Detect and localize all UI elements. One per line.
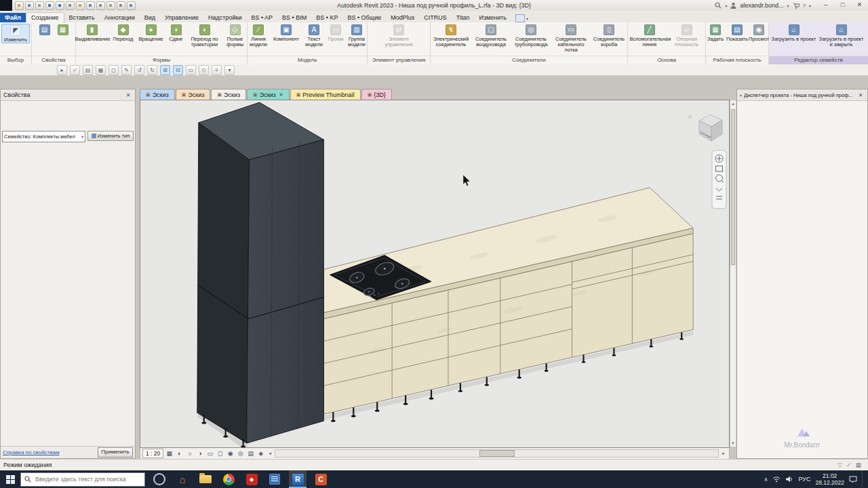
void-forms-button[interactable]: ◇Полые формы bbox=[222, 24, 248, 47]
redo-icon[interactable] bbox=[56, 1, 64, 10]
detail-level-icon[interactable]: ▦ bbox=[165, 449, 174, 458]
help-icon[interactable]: ? bbox=[803, 3, 806, 9]
sweep-button[interactable]: ◖Сдвиг bbox=[165, 24, 187, 42]
viewport-3d[interactable]: ⌂ Спереди bbox=[140, 100, 730, 448]
ribbon-tab-file[interactable]: Файл bbox=[0, 13, 26, 22]
navigation-bar[interactable] bbox=[712, 150, 726, 209]
component-button[interactable]: ▣Компонент bbox=[271, 24, 301, 42]
selection-box-icon[interactable]: ▦ bbox=[855, 462, 861, 468]
revolve-button[interactable]: ●Вращение bbox=[138, 24, 165, 42]
ribbon-tab-annotate[interactable]: Аннотации bbox=[100, 13, 140, 22]
chevron-down-icon[interactable]: ▾ bbox=[740, 93, 742, 98]
wifi-icon[interactable] bbox=[772, 476, 781, 483]
ribbon-tab-addins[interactable]: Надстройки bbox=[203, 13, 246, 22]
account-caret-icon[interactable]: ▾ bbox=[787, 3, 789, 8]
crop-visibility-icon[interactable]: ◻ bbox=[216, 449, 224, 458]
pipe-connector-button[interactable]: ◎Соединитель трубопровода bbox=[511, 24, 551, 47]
swept-blend-button[interactable]: ◗Переход по траектории bbox=[188, 24, 222, 47]
ribbon-tab-bs-bim[interactable]: BS • BIM bbox=[277, 13, 311, 22]
load-into-project-button[interactable]: ⌂Загрузить в проект bbox=[772, 24, 816, 42]
ribbon-tab-titan[interactable]: Titan bbox=[452, 13, 475, 22]
view-tab-sketch-4[interactable]: ▣Эскиз✕ bbox=[247, 89, 290, 100]
toolbar-icon-4[interactable]: ▦ bbox=[96, 65, 106, 75]
vertical-scrollbar[interactable]: ▲ ▼ bbox=[730, 100, 736, 447]
clock[interactable]: 21:02 28.12.2022 bbox=[815, 472, 844, 486]
print-icon[interactable] bbox=[66, 1, 75, 10]
close-button[interactable]: ✕ bbox=[851, 0, 868, 11]
properties-help-link[interactable]: Справка по свойствам bbox=[3, 449, 59, 455]
cable-tray-connector-button[interactable]: ▭Соединитель кабельного лотка bbox=[551, 24, 591, 53]
search-caret-icon[interactable]: ▾ bbox=[725, 3, 727, 8]
close-icon[interactable]: ✕ bbox=[124, 92, 132, 98]
opening-button[interactable]: ▭Проем bbox=[327, 24, 344, 42]
help-caret-icon[interactable]: ▾ bbox=[809, 3, 811, 8]
horizontal-scrollbar-thumb[interactable] bbox=[479, 450, 515, 457]
workplane-viewer-button[interactable]: ◉Просмотр bbox=[749, 24, 769, 42]
ribbon-tab-insert[interactable]: Вставить bbox=[64, 13, 100, 22]
apply-button[interactable]: Применить bbox=[98, 447, 133, 458]
toolbar-icon-14[interactable]: ▾ bbox=[224, 65, 235, 75]
ribbon-tab-create[interactable]: Создание bbox=[26, 12, 64, 22]
filter-icon[interactable]: ▽ bbox=[837, 462, 842, 468]
show-desktop-button[interactable] bbox=[862, 470, 865, 488]
view-tab-3d[interactable]: ▣{3D} bbox=[361, 89, 392, 100]
view-tab-sketch-3[interactable]: ▣Эскиз bbox=[211, 89, 246, 100]
close-icon[interactable]: ✕ bbox=[856, 92, 865, 98]
search-icon[interactable] bbox=[715, 2, 722, 9]
toolbar-icon-3[interactable]: ▤ bbox=[83, 65, 93, 75]
toolbar-icon-5[interactable]: ◻ bbox=[108, 65, 119, 75]
temporary-hide-isolate-icon[interactable]: ◉ bbox=[226, 449, 235, 458]
app-store-icon[interactable] bbox=[793, 2, 800, 9]
toolbar-icon-7[interactable]: ↺ bbox=[134, 65, 144, 75]
app-icon[interactable] bbox=[0, 0, 12, 11]
view-tab-sketch-2[interactable]: ▣Эскиз bbox=[176, 89, 211, 100]
reveal-hidden-elements-icon[interactable]: ◎ bbox=[236, 449, 245, 458]
modify-button[interactable]: ◤Изменить bbox=[1, 24, 30, 43]
toolbar-icon-13[interactable]: ≡ bbox=[212, 65, 222, 75]
toolbar-icon-8[interactable]: ↻ bbox=[147, 65, 157, 75]
properties-button[interactable]: ▤ bbox=[36, 24, 54, 37]
toolbar-icon-12[interactable]: ◇ bbox=[199, 65, 209, 75]
ribbon-tab-modify[interactable]: Изменить bbox=[474, 13, 511, 22]
aligned-dimension-icon[interactable] bbox=[86, 1, 95, 10]
text-note-icon[interactable] bbox=[96, 1, 105, 10]
toolbar-icon-2[interactable]: ✓ bbox=[70, 65, 80, 75]
minimize-button[interactable]: – bbox=[817, 0, 834, 11]
scale-button[interactable]: 1 : 20 bbox=[142, 449, 163, 458]
revit-app-icon[interactable]: R bbox=[289, 470, 307, 488]
language-indicator[interactable]: РУС bbox=[798, 476, 810, 483]
volume-icon[interactable] bbox=[785, 476, 793, 483]
horizontal-scrollbar[interactable] bbox=[275, 449, 719, 458]
modify-selector[interactable]: ▾ bbox=[515, 14, 528, 22]
reference-line-button[interactable]: ╱Вспомогательная линия bbox=[630, 24, 669, 47]
blend-button[interactable]: ◆Переход bbox=[110, 24, 137, 42]
extrusion-button[interactable]: ▮Выдавливание bbox=[75, 24, 109, 42]
scroll-down-icon[interactable]: ▼ bbox=[730, 440, 736, 447]
measure-icon[interactable] bbox=[76, 1, 85, 10]
edit-type-button[interactable]: Изменить тип bbox=[87, 131, 134, 141]
vertical-scrollbar-thumb[interactable] bbox=[731, 109, 735, 265]
ribbon-tab-bs-obshchie[interactable]: BS • Общие bbox=[342, 13, 386, 22]
thin-lines-icon[interactable] bbox=[127, 1, 136, 10]
ribbon-tab-bs-ap[interactable]: BS • AP bbox=[246, 13, 277, 22]
shadows-icon[interactable]: ◑ bbox=[195, 449, 204, 458]
model-line-button[interactable]: ∕Линия модели bbox=[246, 24, 271, 47]
start-button[interactable] bbox=[0, 470, 20, 488]
section-icon[interactable] bbox=[117, 1, 125, 10]
sync-icon[interactable] bbox=[35, 1, 44, 10]
undo-icon[interactable] bbox=[45, 1, 54, 10]
visual-style-icon[interactable]: ◐ bbox=[175, 449, 184, 458]
crop-view-icon[interactable]: ▭ bbox=[205, 449, 214, 458]
sun-path-icon[interactable]: ☼ bbox=[185, 449, 194, 458]
ribbon-tab-bs-kp[interactable]: BS • KP bbox=[311, 13, 342, 22]
toolbar-icon-10[interactable]: ⊟ bbox=[173, 65, 183, 75]
open-file-icon[interactable] bbox=[15, 1, 24, 10]
acrobat-icon[interactable]: ◆ bbox=[243, 470, 260, 488]
family-types-button[interactable]: ▦ bbox=[54, 24, 72, 37]
home-app-icon[interactable]: ⌂ bbox=[174, 470, 191, 488]
people-app-icon[interactable] bbox=[151, 470, 168, 488]
duct-connector-button[interactable]: ▢Соединитель воздуховода bbox=[471, 24, 511, 47]
scroll-left-icon[interactable]: ◂ bbox=[267, 451, 273, 456]
family-type-selector[interactable]: Семейство: Комплекты мебел ▾ bbox=[2, 131, 85, 142]
corona-app-icon[interactable]: C bbox=[312, 470, 330, 488]
